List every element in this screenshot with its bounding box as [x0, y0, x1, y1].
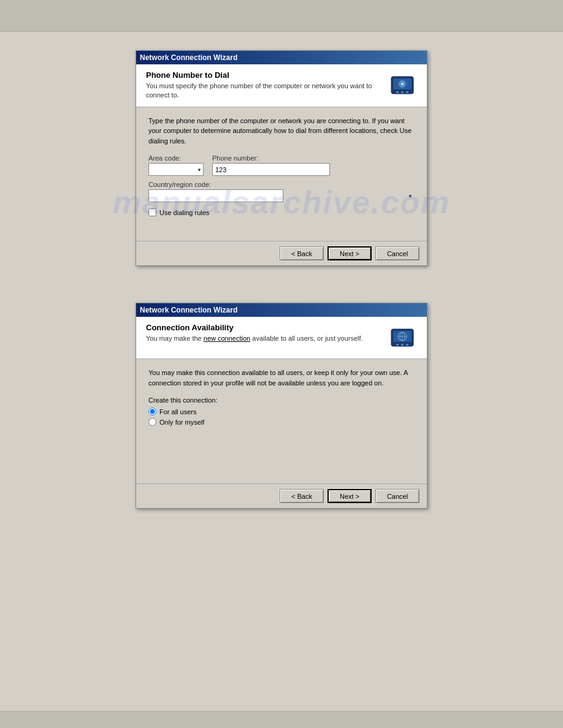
svg-rect-14 [396, 344, 399, 346]
dialog1-header: Phone Number to Dial You must specify th… [136, 64, 427, 107]
area-code-select-wrapper [148, 163, 204, 176]
dialog2-next-button[interactable]: Next > [327, 489, 372, 503]
create-connection-label: Create this connection: [148, 396, 415, 404]
new-connection-link: new connection [204, 335, 250, 342]
svg-rect-15 [401, 344, 404, 346]
network-icon [389, 324, 416, 351]
use-dialing-rules-label: Use dialing rules [159, 209, 209, 216]
area-code-label: Area code: [148, 154, 204, 162]
dialog2-header-text: Connection Availability You may make the… [146, 323, 381, 343]
dialog2-header-subtitle: You may make the new connection availabl… [146, 334, 381, 343]
dialog2-titlebar: Network Connection Wizard [136, 303, 427, 317]
bottom-bar [0, 711, 563, 728]
svg-point-3 [401, 83, 404, 85]
dialog2-footer: < Back Next > Cancel [136, 483, 427, 508]
dialog2-titlebar-text: Network Connection Wizard [140, 306, 237, 314]
svg-rect-5 [401, 91, 404, 93]
svg-rect-4 [396, 91, 399, 93]
dialog2: Network Connection Wizard Connection Ava… [136, 303, 427, 509]
dialog1-header-text: Phone Number to Dial You must specify th… [146, 70, 381, 100]
country-region-select[interactable] [148, 189, 283, 202]
dialog2-body-text: You may make this connection available t… [148, 368, 415, 388]
radio-only-for-myself[interactable] [148, 418, 156, 426]
country-region-label: Country/region code: [148, 181, 415, 188]
use-dialing-rules-checkbox[interactable] [148, 208, 156, 216]
phone-number-label: Phone number: [212, 154, 330, 162]
top-bar [0, 0, 563, 32]
radio-row-for-all-users: For all users [148, 408, 415, 415]
country-region-select-wrapper [148, 189, 415, 202]
use-dialing-rules-row: Use dialing rules [148, 208, 415, 216]
radio-for-all-users-label: For all users [159, 408, 197, 415]
dialog1-next-button[interactable]: Next > [327, 246, 372, 260]
radio-group: Create this connection: For all users On… [148, 396, 415, 426]
phone-number-input[interactable] [212, 163, 330, 176]
dialog1-header-title: Phone Number to Dial [146, 70, 381, 80]
dialog1-body-text: Type the phone number of the computer or… [148, 116, 415, 146]
modem-icon [389, 72, 416, 99]
dialog1: Network Connection Wizard Phone Number t… [136, 50, 427, 266]
svg-rect-6 [406, 91, 408, 93]
dialog1-titlebar: Network Connection Wizard [136, 51, 427, 64]
dialog1-back-button[interactable]: < Back [280, 246, 324, 260]
dialog1-cancel-button[interactable]: Cancel [375, 246, 419, 260]
dialog1-form-row1: Area code: Phone number: [148, 154, 415, 176]
content-area: Network Connection Wizard Phone Number t… [0, 32, 563, 711]
dialog2-back-button[interactable]: < Back [280, 489, 324, 503]
dialog1-header-subtitle: You must specify the phone number of the… [146, 82, 381, 100]
dialog2-header: Connection Availability You may make the… [136, 317, 427, 359]
dialog1-body: Type the phone number of the computer or… [136, 107, 427, 241]
dialog2-body: You may make this connection available t… [136, 359, 427, 483]
phone-number-group: Phone number: [212, 154, 330, 176]
dialog1-footer: < Back Next > Cancel [136, 241, 427, 265]
country-region-group: Country/region code: [148, 181, 415, 202]
radio-row-only-for-myself: Only for myself [148, 418, 415, 426]
radio-only-for-myself-label: Only for myself [159, 419, 204, 426]
dialog2-cancel-button[interactable]: Cancel [375, 489, 419, 503]
area-code-group: Area code: [148, 154, 204, 176]
page-wrapper: manualsarchive.com Network Connection Wi… [0, 0, 563, 728]
svg-rect-16 [406, 344, 408, 346]
dialog2-header-icon [388, 323, 417, 352]
dialog1-header-icon [388, 70, 417, 100]
radio-for-all-users[interactable] [148, 408, 156, 415]
area-code-select[interactable] [148, 163, 204, 176]
dialog2-header-title: Connection Availability [146, 323, 381, 332]
dialog1-titlebar-text: Network Connection Wizard [140, 53, 237, 62]
